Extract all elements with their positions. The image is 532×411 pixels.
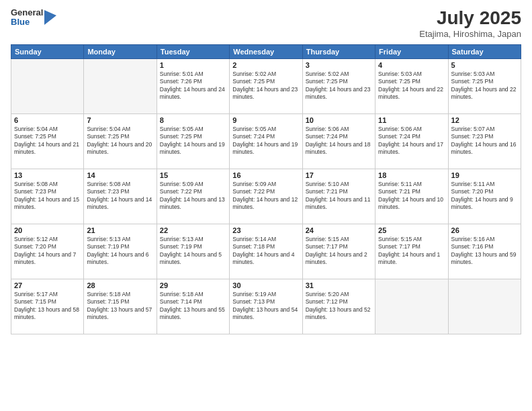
day-number: 22 [160,226,226,234]
calendar-cell: 7Sunrise: 5:04 AMSunset: 7:25 PMDaylight… [84,113,157,169]
cell-text: Sunrise: 5:17 AMSunset: 7:15 PMDaylight:… [14,291,81,322]
cell-text: Sunrise: 5:02 AMSunset: 7:25 PMDaylight:… [306,71,372,101]
day-number: 25 [378,226,445,234]
weekday-header: Monday [84,44,157,58]
cell-text: Sunrise: 5:03 AMSunset: 7:25 PMDaylight:… [451,71,518,101]
day-number: 14 [87,171,153,179]
day-number: 24 [306,226,372,234]
calendar-cell: 31Sunrise: 5:20 AMSunset: 7:12 PMDayligh… [302,279,375,334]
logo: General Blue [11,8,56,28]
day-number: 31 [306,281,372,289]
weekday-header: Tuesday [157,44,229,58]
cell-text: Sunrise: 5:06 AMSunset: 7:24 PMDaylight:… [378,126,445,156]
calendar-week-row: 1Sunrise: 5:01 AMSunset: 7:26 PMDaylight… [11,58,521,113]
cell-text: Sunrise: 5:09 AMSunset: 7:22 PMDaylight:… [232,181,299,212]
calendar-cell: 21Sunrise: 5:13 AMSunset: 7:19 PMDayligh… [84,224,157,279]
cell-text: Sunrise: 5:18 AMSunset: 7:15 PMDaylight:… [87,291,153,322]
cell-text: Sunrise: 5:04 AMSunset: 7:25 PMDaylight:… [14,126,81,156]
calendar-week-row: 13Sunrise: 5:08 AMSunset: 7:23 PMDayligh… [11,169,521,224]
day-number: 13 [14,171,81,179]
day-number: 5 [451,61,518,69]
day-number: 27 [14,281,81,289]
calendar-cell: 11Sunrise: 5:06 AMSunset: 7:24 PMDayligh… [375,113,448,169]
weekday-header-row: SundayMondayTuesdayWednesdayThursdayFrid… [11,44,521,58]
weekday-header: Friday [375,44,448,58]
weekday-header: Wednesday [230,44,302,58]
day-number: 26 [451,226,518,234]
calendar-cell: 15Sunrise: 5:09 AMSunset: 7:22 PMDayligh… [157,169,229,224]
calendar-cell: 4Sunrise: 5:03 AMSunset: 7:25 PMDaylight… [375,58,448,113]
day-number: 3 [306,61,372,69]
day-number: 1 [160,61,226,69]
cell-text: Sunrise: 5:19 AMSunset: 7:13 PMDaylight:… [232,291,299,322]
day-number: 9 [232,116,299,124]
day-number: 29 [160,281,226,289]
calendar-cell: 26Sunrise: 5:16 AMSunset: 7:16 PMDayligh… [448,224,521,279]
cell-text: Sunrise: 5:16 AMSunset: 7:16 PMDaylight:… [451,236,518,267]
cell-text: Sunrise: 5:08 AMSunset: 7:23 PMDaylight:… [87,181,153,212]
calendar-cell [448,279,521,334]
logo-general: General [11,8,43,17]
calendar-cell: 8Sunrise: 5:05 AMSunset: 7:25 PMDaylight… [157,113,229,169]
calendar-cell: 9Sunrise: 5:05 AMSunset: 7:24 PMDaylight… [230,113,302,169]
cell-text: Sunrise: 5:06 AMSunset: 7:24 PMDaylight:… [306,126,372,156]
day-number: 11 [378,116,445,124]
calendar-cell: 29Sunrise: 5:18 AMSunset: 7:14 PMDayligh… [157,279,229,334]
page: General Blue July 2025 Etajima, Hiroshim… [0,0,532,411]
cell-text: Sunrise: 5:18 AMSunset: 7:14 PMDaylight:… [160,291,226,322]
calendar-cell: 23Sunrise: 5:14 AMSunset: 7:18 PMDayligh… [230,224,302,279]
calendar-cell: 12Sunrise: 5:07 AMSunset: 7:23 PMDayligh… [448,113,521,169]
calendar-cell: 10Sunrise: 5:06 AMSunset: 7:24 PMDayligh… [302,113,375,169]
calendar-cell: 3Sunrise: 5:02 AMSunset: 7:25 PMDaylight… [302,58,375,113]
cell-text: Sunrise: 5:14 AMSunset: 7:18 PMDaylight:… [232,236,299,267]
day-number: 23 [232,226,299,234]
calendar-week-row: 27Sunrise: 5:17 AMSunset: 7:15 PMDayligh… [11,279,521,334]
weekday-header: Saturday [448,44,521,58]
cell-text: Sunrise: 5:04 AMSunset: 7:25 PMDaylight:… [87,126,153,156]
cell-text: Sunrise: 5:05 AMSunset: 7:24 PMDaylight:… [232,126,299,156]
weekday-header: Sunday [11,44,84,58]
day-number: 15 [160,171,226,179]
day-number: 16 [232,171,299,179]
day-number: 12 [451,116,518,124]
weekday-header: Thursday [302,44,375,58]
day-number: 28 [87,281,153,289]
calendar-cell: 5Sunrise: 5:03 AMSunset: 7:25 PMDaylight… [448,58,521,113]
calendar-week-row: 20Sunrise: 5:12 AMSunset: 7:20 PMDayligh… [11,224,521,279]
day-number: 6 [14,116,81,124]
cell-text: Sunrise: 5:09 AMSunset: 7:22 PMDaylight:… [160,181,226,212]
cell-text: Sunrise: 5:11 AMSunset: 7:20 PMDaylight:… [451,181,518,212]
day-number: 18 [378,171,445,179]
calendar-cell: 24Sunrise: 5:15 AMSunset: 7:17 PMDayligh… [302,224,375,279]
day-number: 7 [87,116,153,124]
cell-text: Sunrise: 5:15 AMSunset: 7:17 PMDaylight:… [306,236,372,267]
day-number: 2 [232,61,299,69]
cell-text: Sunrise: 5:10 AMSunset: 7:21 PMDaylight:… [306,181,372,212]
calendar-week-row: 6Sunrise: 5:04 AMSunset: 7:25 PMDaylight… [11,113,521,169]
cell-text: Sunrise: 5:13 AMSunset: 7:19 PMDaylight:… [87,236,153,267]
logo-blue: Blue [11,17,43,27]
cell-text: Sunrise: 5:20 AMSunset: 7:12 PMDaylight:… [306,291,372,322]
title-block: July 2025 Etajima, Hiroshima, Japan [419,8,521,39]
location-subtitle: Etajima, Hiroshima, Japan [419,29,521,39]
calendar-cell: 20Sunrise: 5:12 AMSunset: 7:20 PMDayligh… [11,224,84,279]
cell-text: Sunrise: 5:12 AMSunset: 7:20 PMDaylight:… [14,236,81,267]
calendar-cell: 30Sunrise: 5:19 AMSunset: 7:13 PMDayligh… [230,279,302,334]
calendar-cell: 17Sunrise: 5:10 AMSunset: 7:21 PMDayligh… [302,169,375,224]
day-number: 20 [14,226,81,234]
cell-text: Sunrise: 5:01 AMSunset: 7:26 PMDaylight:… [160,71,226,101]
month-title: July 2025 [419,8,521,29]
logo-icon [44,10,56,25]
calendar-cell: 6Sunrise: 5:04 AMSunset: 7:25 PMDaylight… [11,113,84,169]
calendar-cell: 27Sunrise: 5:17 AMSunset: 7:15 PMDayligh… [11,279,84,334]
calendar-cell [84,58,157,113]
cell-text: Sunrise: 5:03 AMSunset: 7:25 PMDaylight:… [378,71,445,101]
calendar-cell: 18Sunrise: 5:11 AMSunset: 7:21 PMDayligh… [375,169,448,224]
day-number: 30 [232,281,299,289]
calendar-table: SundayMondayTuesdayWednesdayThursdayFrid… [11,44,521,334]
calendar-cell: 16Sunrise: 5:09 AMSunset: 7:22 PMDayligh… [230,169,302,224]
calendar-cell: 1Sunrise: 5:01 AMSunset: 7:26 PMDaylight… [157,58,229,113]
calendar-cell: 28Sunrise: 5:18 AMSunset: 7:15 PMDayligh… [84,279,157,334]
header: General Blue July 2025 Etajima, Hiroshim… [11,8,521,39]
calendar-cell: 22Sunrise: 5:13 AMSunset: 7:19 PMDayligh… [157,224,229,279]
